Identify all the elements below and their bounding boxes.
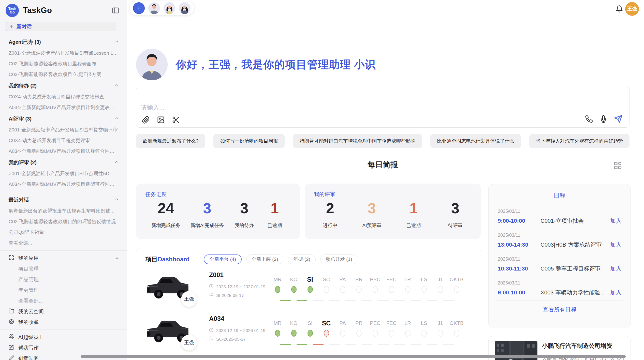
attachment-icon[interactable]	[142, 116, 150, 124]
sidebar-task-item[interactable]: C02-飞腾新能源轻客改款项目立项汇报方案	[0, 69, 127, 80]
recent-chat-item[interactable]: 公司Q3轻卡销量	[0, 227, 127, 238]
sidebar-task-item[interactable]: A034-全新新能源MUV产品开发项目计划变更表编写	[0, 102, 127, 113]
milestone-dot	[291, 330, 297, 337]
sidebar-section-header-2[interactable]: AI评审 (3)	[0, 113, 127, 125]
sidebar-task-sections: Agent已办 (3) Z001-全新燃油皮卡产品开发项目SI节点Lesson …	[0, 36, 127, 190]
stat-card-title: 我的评审	[314, 191, 335, 198]
link-label: 我的收藏	[18, 319, 119, 326]
chevron-up-icon[interactable]	[114, 159, 119, 166]
milestone-SC: SC	[318, 274, 334, 296]
milestone-PA: PA	[334, 274, 351, 296]
join-link[interactable]: 加入	[610, 241, 621, 249]
sidebar-task-item[interactable]: Z001-全新燃油皮卡产品开发项目SI节点Lesson Learn报告	[0, 48, 127, 58]
milestone-connector	[394, 344, 405, 345]
sidebar-recent: 最近对话 解释最新出台的欧盟报废车法规再生塑料比例被调至15%...C02-飞腾…	[0, 194, 127, 248]
sidebar-task-item[interactable]: Z001-全新燃油轻卡产品开发项目SI造型提交物评审	[0, 125, 127, 135]
send-icon[interactable]	[614, 115, 623, 123]
suggestion-chip[interactable]: 如何写一份清晰的项目周报	[213, 134, 285, 148]
assistant-avatar-3[interactable]	[179, 2, 191, 14]
news-title: 小鹏飞行汽车制造公司增资	[542, 342, 626, 350]
sidebar-task-item[interactable]: C0X4-动力总成开发项目SI里程碑提交物检查	[0, 92, 127, 102]
new-chat-button[interactable]: + 新对话	[6, 22, 116, 31]
sidebar-section-header-0[interactable]: Agent已办 (3)	[0, 36, 127, 48]
chevron-up-icon[interactable]	[114, 39, 119, 45]
my-apps-header[interactable]: 我的应用	[0, 253, 127, 263]
flag-icon	[209, 336, 214, 342]
recent-chat-item[interactable]: 查看全部...	[0, 238, 127, 248]
dashboard-title-cn: 项目	[145, 256, 158, 263]
chevron-up-icon[interactable]	[114, 197, 119, 203]
join-link[interactable]: 加入	[610, 289, 621, 296]
schedule-item: 2025/03/11 9:00-10:00 X003-车辆动力学性能验... 加…	[489, 277, 631, 301]
sidebar-task-item[interactable]: Z001-全新燃油轻卡产品开发项目SI节点属性5D文件评审	[0, 168, 127, 179]
project-dashboard-card: 项目Dashboard 全新平台 (4)全新上装 (3)年型 (2)动总开发 (…	[136, 248, 481, 360]
assistant-avatar-2[interactable]	[164, 2, 175, 14]
notifications-bell-icon[interactable]	[616, 5, 623, 13]
milestone-timeline: MR KO SI SC PA PR PEC FEC LR LS J1 OKTB	[269, 318, 465, 339]
app-subitem[interactable]: 项目管理	[0, 263, 127, 274]
logo-line1: Task	[8, 7, 16, 10]
recent-chat-item[interactable]: 解释最新出台的欧盟报废车法规再生塑料比例被调至15%...	[0, 206, 127, 216]
sidebar-task-item[interactable]: A034-全新新能源MUV产品开发项目造型可行性评审	[0, 179, 127, 190]
sidebar-section-header-3[interactable]: 我的评审 (2)	[0, 157, 127, 168]
stat-value: 2	[320, 200, 340, 216]
milestone-dot	[405, 330, 411, 337]
milestone-connector	[345, 344, 356, 345]
suggestion-chip[interactable]: 特朗普可能对进口汽车增税会对中国车企造成哪些影响	[293, 134, 422, 148]
phone-call-icon[interactable]	[585, 115, 593, 123]
add-session-button[interactable]	[133, 2, 145, 14]
briefing-layout-grid-icon[interactable]	[613, 161, 622, 170]
join-link[interactable]: 加入	[610, 217, 621, 225]
sidebar-link-0[interactable]: 我的云空间	[0, 306, 127, 317]
image-upload-icon[interactable]	[157, 116, 165, 124]
milestone-KO: KO	[286, 318, 302, 339]
user-avatar[interactable]: 王强	[625, 2, 639, 16]
join-link[interactable]: 加入	[610, 265, 621, 273]
recent-chats-header[interactable]: 最近对话	[0, 194, 127, 206]
project-row-A034[interactable]: 王强 A034 2023-12-19 ~ 2026-01-19 SC-2025-…	[136, 312, 481, 352]
sidebar-collapse-icon[interactable]	[112, 7, 119, 14]
chevron-up-icon[interactable]	[114, 116, 119, 122]
milestone-connector	[280, 344, 291, 345]
app-subitem[interactable]: 变更管理	[0, 285, 127, 295]
screenshot-scissors-icon[interactable]	[172, 116, 180, 124]
message-input[interactable]	[141, 102, 446, 113]
sidebar-section-header-1[interactable]: 我的待办 (2)	[0, 80, 127, 92]
greeting-block: 你好，王强，我是你的项目管理助理 小识	[136, 49, 376, 80]
milestone-dot	[275, 330, 280, 337]
dashboard-tab[interactable]: 全新上装 (3)	[246, 254, 284, 264]
divider	[496, 301, 623, 301]
milestone-dot	[308, 330, 313, 337]
sidebar-task-item[interactable]: C02-飞腾新能源轻客改款项目里程碑画布	[0, 58, 127, 69]
suggestion-chip[interactable]: 当下年轻人对汽车外观有怎样的喜好趋势	[529, 134, 630, 148]
suggestion-chip[interactable]: 比亚迪全固态电池计划具体说了什么	[430, 134, 521, 148]
sidebar-task-item[interactable]: C0X4-动力总成开发项目工程变更评审	[0, 135, 127, 146]
apps-grid-icon	[9, 255, 14, 262]
stat-label: 新增完成任务	[151, 222, 180, 229]
sidebar-tool-0[interactable]: AI超级员工	[0, 332, 127, 342]
dashboard-tab[interactable]: 动总开发 (1)	[320, 254, 358, 264]
horizontal-scrollbar-thumb[interactable]	[81, 355, 626, 358]
milestone-label: PR	[351, 318, 367, 328]
dashboard-tab[interactable]: 年型 (2)	[288, 254, 316, 264]
sidebar-link-1[interactable]: 我的收藏	[0, 317, 127, 327]
milestone-LS: LS	[416, 274, 432, 296]
sidebar-tool-1[interactable]: 帮我写作	[0, 342, 127, 353]
dashboard-tab[interactable]: 全新平台 (4)	[204, 254, 242, 264]
project-flag-milestone: SC-2025-05-17	[209, 336, 246, 342]
microphone-icon[interactable]	[599, 115, 607, 123]
app-subitem[interactable]: 查看全部...	[0, 295, 127, 306]
recent-chat-item[interactable]: C02-飞腾新能源轻客改款项目的闭环通告反馈情况	[0, 216, 127, 227]
sidebar-task-item[interactable]: A034-全新新能源MUV产品开发项目法规符合性评审	[0, 146, 127, 157]
milestone-OKTB: OKTB	[448, 318, 465, 339]
view-all-schedule-link[interactable]: 查看所有日程	[489, 306, 631, 313]
chevron-up-icon[interactable]	[114, 83, 119, 89]
project-row-Z001[interactable]: 王强 Z001 2023-12-19 ~ 2027-01-19 SI-2025-…	[136, 268, 481, 308]
stat-card-title: 任务进度	[145, 191, 167, 198]
assistant-avatar-1[interactable]	[148, 2, 160, 14]
suggestion-chip[interactable]: 欧洲新规最近颁布了什么?	[136, 134, 205, 148]
app-subitem[interactable]: 产品管理	[0, 274, 127, 285]
chevron-up-icon[interactable]	[114, 256, 119, 261]
milestone-J1: J1	[432, 318, 448, 339]
stat-value: 3	[234, 200, 254, 216]
